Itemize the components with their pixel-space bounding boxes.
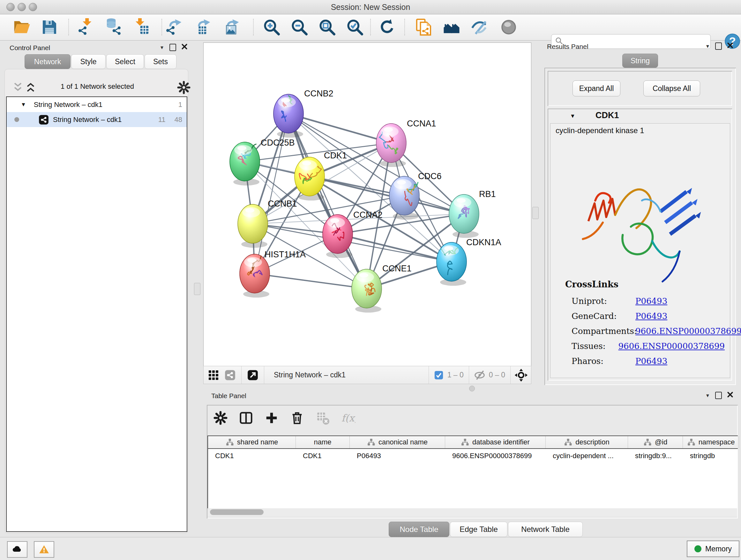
column-header-description[interactable]: description [546,436,628,448]
crosslink-value-link[interactable]: 9606.ENSP00000378699 [635,326,741,336]
export-image-icon [222,32,240,37]
export-image-button[interactable] [222,18,241,37]
control-panel-float-icon[interactable] [170,44,176,51]
delete-table-button[interactable] [315,410,331,426]
table-panel-title: Table Panel [211,392,246,400]
show-all-button[interactable] [499,18,518,37]
left-splitter-handle[interactable] [194,283,200,295]
network-edge[interactable] [255,273,367,289]
delete-column-button[interactable] [289,410,305,426]
network-node-CCNE1[interactable] [352,269,382,308]
column-header-namespace[interactable]: namespace [683,436,739,448]
warning-button[interactable] [34,541,54,558]
hide-selected-button[interactable] [470,18,488,37]
network-edge[interactable] [288,114,367,289]
zoom-selected-button[interactable] [346,18,364,37]
network-node-CDK1[interactable] [294,157,325,196]
refresh-button[interactable] [378,18,396,37]
tab-sets[interactable]: Sets [145,54,177,69]
tab-network[interactable]: Network [24,54,71,69]
fx-button[interactable]: f(x) [340,410,356,426]
tab-edge-table[interactable]: Edge Table [450,522,508,537]
network-view-share-icon[interactable] [224,369,236,381]
crosslinks-list: Uniprot: P06493GeneCard: P06493Compartme… [571,294,725,368]
open-in-new-window-icon[interactable] [247,369,259,381]
tab-string[interactable]: String [622,54,658,68]
network-node-CCNB1[interactable] [238,204,268,243]
column-header--id[interactable]: @id [628,436,683,448]
import-table-button[interactable] [133,18,151,37]
grid-view-icon[interactable] [207,369,219,381]
network-edge[interactable] [288,114,391,143]
home-button[interactable] [442,18,461,37]
entry-expander-icon[interactable]: ▼ [570,113,576,119]
network-tree-selected-row[interactable]: String Network – cdk1 11 48 [7,112,187,127]
results-panel-float-icon[interactable] [715,43,722,50]
collapse-all-networks-icon[interactable] [11,81,25,94]
results-panel-close-icon[interactable] [727,42,733,50]
network-node-CDC25B[interactable] [230,142,260,181]
network-node-HIST1H1A[interactable] [240,254,270,293]
column-header-shared-name[interactable]: shared name [208,436,296,448]
table-panel-close-icon[interactable] [727,391,733,399]
results-panel-collapse-icon[interactable]: ▼ [705,44,710,49]
clone-network-button[interactable] [414,18,433,37]
export-table-button[interactable] [193,18,212,37]
network-node-CCNA2[interactable] [323,214,353,253]
add-column-icon [264,422,279,426]
network-collection-count: 1 [179,101,182,109]
crosslink-value-link[interactable]: P06493 [635,311,667,321]
tree-expander-icon[interactable]: ▼ [21,102,26,108]
zoom-in-button[interactable] [262,18,281,37]
network-tree-root-row[interactable]: ▼ String Network – cdk1 1 [7,97,187,112]
expand-all-button[interactable]: Expand All [572,80,620,97]
control-panel-collapse-icon[interactable]: ▼ [159,45,164,50]
export-network-button[interactable] [165,18,183,37]
control-panel-close-icon[interactable] [181,44,188,51]
open-session-button[interactable] [12,18,31,37]
zoom-out-button[interactable] [290,18,309,37]
tab-style[interactable]: Style [71,54,106,69]
table-panel-collapse-icon[interactable]: ▼ [705,393,710,398]
tab-select[interactable]: Select [106,54,144,69]
network-node-CCNA1[interactable] [376,124,406,163]
memory-button[interactable]: Memory [687,541,739,557]
network-node-RB1[interactable] [449,194,479,233]
network-graph[interactable]: CCNB2CCNA1CDC25BCDK1CDC6RB1CCNB1CCNA2CDK… [204,43,531,366]
tab-network-table[interactable]: Network Table [508,522,583,537]
crosslink-value-link[interactable]: P06493 [635,296,667,306]
cloud-button[interactable] [7,541,27,558]
table-panel-float-icon[interactable] [715,392,722,399]
tab-node-table[interactable]: Node Table [389,522,449,537]
import-network-file-button[interactable] [77,18,95,37]
expand-all-networks-icon[interactable] [24,81,38,94]
network-node-CDKN1A[interactable] [436,242,467,281]
network-options-gear-icon[interactable] [177,80,191,95]
scrollbar-thumb[interactable] [210,509,264,515]
table-settings-button[interactable] [212,410,228,426]
network-node-CCNB2[interactable] [273,94,304,133]
network-node-CDC6[interactable] [389,176,419,215]
zoom-fit-button[interactable] [318,18,336,37]
selected-checkbox-icon[interactable] [434,370,444,380]
crosslink-value-link[interactable]: P06493 [635,356,667,366]
node-label-CCNB1: CCNB1 [268,199,297,208]
split-view-button[interactable] [238,410,254,426]
network-edge[interactable] [310,177,464,214]
fit-selected-crosshair-icon[interactable] [515,368,528,382]
hidden-eye-icon[interactable] [474,369,486,381]
table-row[interactable]: CDK1CDK1P064939606.ENSP00000378699cyclin… [208,449,738,463]
network-canvas[interactable]: CCNB2CCNA1CDC25BCDK1CDC6RB1CCNB1CCNA2CDK… [203,43,531,366]
horizontal-scrollbar[interactable] [207,508,737,516]
right-splitter-handle[interactable] [532,207,539,219]
import-network-database-button[interactable] [105,18,123,37]
crosslink-value-link[interactable]: 9606.ENSP00000378699 [618,341,725,351]
column-header-database-identifier[interactable]: database identifier [445,436,546,448]
column-header-name[interactable]: name [296,436,350,448]
hierarchy-icon [687,438,695,446]
column-header-canonical-name[interactable]: canonical name [350,436,445,448]
network-node-count: 11 [158,116,165,124]
add-column-button[interactable] [264,410,280,426]
collapse-all-button[interactable]: Collapse All [643,80,700,97]
save-session-button[interactable] [40,18,59,37]
